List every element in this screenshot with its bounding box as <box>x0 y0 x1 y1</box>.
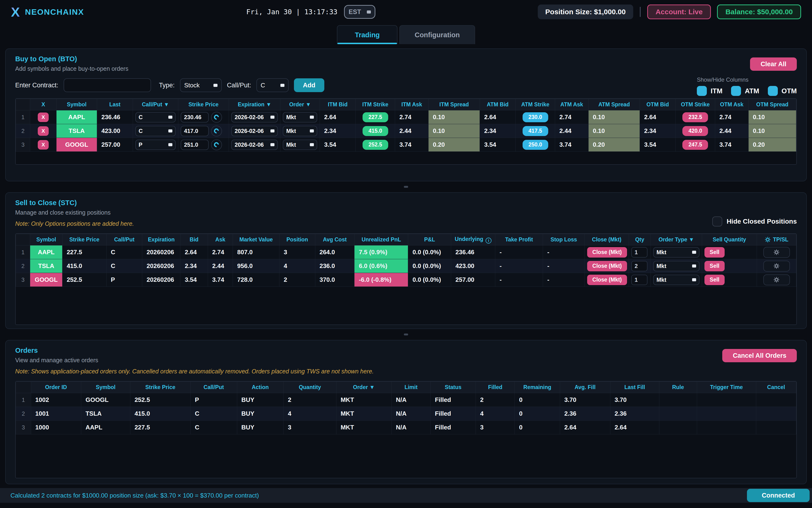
column-header-strike_price: Strike Price <box>130 382 190 393</box>
order-select[interactable]: Mkt <box>283 112 317 123</box>
remove-row-button[interactable]: X <box>38 140 49 150</box>
toggle-otm-label: OTM <box>782 87 797 95</box>
tpsl-settings-button[interactable] <box>763 274 790 285</box>
column-header-order[interactable]: Order ▼ <box>281 99 320 111</box>
column-header-label: Symbol <box>36 237 56 243</box>
column-header-label: ATM Strike <box>521 101 549 108</box>
otm_strike-button[interactable]: 420.0 <box>682 126 708 136</box>
itm_strike-button[interactable]: 415.0 <box>362 126 388 136</box>
strike-price-input[interactable]: 251.0 <box>181 139 209 150</box>
symbol-value: GOOGL <box>35 276 58 283</box>
order-select[interactable]: Mkt <box>283 139 317 150</box>
otm_strike-button[interactable]: 232.5 <box>682 112 708 122</box>
toggle-itm-checkbox[interactable]: ITM <box>697 86 723 96</box>
atm_strike-button[interactable]: 230.0 <box>523 112 548 122</box>
panel-resize-handle[interactable] <box>0 181 812 192</box>
cell-avg_cost: 370.0 <box>315 273 354 287</box>
itm_strike-button[interactable]: 227.5 <box>362 112 388 122</box>
refresh-strike-icon[interactable] <box>211 112 222 123</box>
column-header-expiration[interactable]: Expiration ▼ <box>229 99 281 111</box>
order-value: MKT <box>341 396 354 403</box>
cell-expiration: 2026-02-06 <box>229 111 281 124</box>
clock-group: Fri, Jan 30 | 13:17:33 EST <box>246 5 375 19</box>
close-button[interactable]: Close (Mkt) <box>587 247 627 258</box>
callput-select[interactable]: C <box>135 112 176 123</box>
atm_strike-button[interactable]: 250.0 <box>523 140 548 150</box>
qty-input[interactable]: 1 <box>631 247 647 258</box>
cell-sell_quantity: Sell <box>702 273 757 287</box>
tpsl-settings-button[interactable] <box>763 261 790 271</box>
callput-select[interactable]: C <box>135 126 176 136</box>
cell-rule <box>659 393 697 407</box>
close-button[interactable]: Close (Mkt) <box>587 261 627 271</box>
column-header-label: ATM Bid <box>487 101 509 108</box>
orders-table: Order IDSymbolStrike PriceCall/PutAction… <box>15 381 797 478</box>
row-index: 3 <box>16 138 30 152</box>
tab-configuration[interactable]: Configuration <box>399 25 475 44</box>
order-select[interactable]: Mkt <box>283 126 317 136</box>
type-select[interactable]: Stock <box>180 78 222 92</box>
column-header-order_type[interactable]: Order Type ▼ <box>651 234 702 246</box>
dropdown-indicator-icon <box>692 264 696 267</box>
clear-all-button[interactable]: Clear All <box>750 57 797 71</box>
add-button[interactable]: Add <box>294 78 324 92</box>
column-header-label: Call/Put ▼ <box>142 101 169 108</box>
panel-resize-handle[interactable] <box>0 329 812 340</box>
dropdown-indicator-icon <box>310 143 314 146</box>
order_type-select[interactable]: Mkt <box>653 247 699 258</box>
callput-value: P <box>111 276 115 283</box>
remove-row-button[interactable]: X <box>38 126 49 136</box>
hide-closed-positions-checkbox[interactable]: Hide Closed Positions <box>712 216 797 226</box>
toggle-otm-checkbox[interactable]: OTM <box>768 86 797 96</box>
tab-trading[interactable]: Trading <box>337 25 397 44</box>
toggle-atm-checkbox[interactable]: ATM <box>731 86 759 96</box>
column-header-callput[interactable]: Call/Put ▼ <box>133 99 178 111</box>
expiration-select[interactable]: 2026-02-06 <box>231 139 278 150</box>
connected-button[interactable]: Connected <box>747 489 810 502</box>
strike-price-input[interactable]: 230.46 <box>181 112 209 123</box>
qty-input[interactable]: 1 <box>631 274 647 285</box>
sell_quantity-button[interactable]: Sell <box>704 274 725 285</box>
itm_strike-button[interactable]: 252.5 <box>362 140 388 150</box>
order_type-select-value: Mkt <box>656 263 666 269</box>
strike-price-input[interactable]: 417.0 <box>181 126 209 136</box>
sell_quantity-button[interactable]: Sell <box>704 261 725 271</box>
cell-strike: 251.0 <box>178 138 229 152</box>
bid-value: 2.64 <box>185 249 197 256</box>
expiration-select[interactable]: 2026-02-06 <box>231 112 278 123</box>
symbol-cell: AAPL <box>56 111 97 124</box>
row-index: 2 <box>16 259 30 273</box>
column-header-market_value: Market Value <box>233 234 280 246</box>
timezone-select[interactable]: EST <box>344 5 375 19</box>
close-button[interactable]: Close (Mkt) <box>587 274 627 285</box>
account-badge[interactable]: Account: Live <box>647 4 711 19</box>
qty-input[interactable]: 2 <box>631 261 647 271</box>
cell-take_profit: - <box>495 246 543 259</box>
order_type-select[interactable]: Mkt <box>653 274 699 285</box>
callput-select[interactable]: P <box>135 139 176 150</box>
stc-panel: Sell to Close (STC) Manage and close exi… <box>5 192 807 329</box>
symbol-value: TSLA <box>69 127 85 134</box>
refresh-strike-icon[interactable] <box>211 139 222 150</box>
cancel-all-orders-button[interactable]: Cancel All Orders <box>722 349 797 362</box>
otm_strike-button[interactable]: 247.5 <box>682 140 708 150</box>
atm_strike-button[interactable]: 417.5 <box>523 126 548 136</box>
callput-select[interactable]: C <box>256 78 289 92</box>
cell-atm_strike: 250.0 <box>516 138 555 152</box>
expiration-select[interactable]: 2026-02-06 <box>231 126 278 136</box>
otm_spread-cell: 0.20 <box>749 138 796 152</box>
sell_quantity-button[interactable]: Sell <box>704 247 725 258</box>
column-header-label: ITM Spread <box>439 101 469 108</box>
cell-otm_ask: 2.74 <box>715 111 749 124</box>
tpsl-settings-button[interactable] <box>763 247 790 258</box>
column-header-order[interactable]: Order ▼ <box>336 382 391 393</box>
refresh-strike-icon[interactable] <box>211 126 222 136</box>
column-header-label: Close (Mkt) <box>592 237 621 243</box>
remove-row-button[interactable]: X <box>38 113 49 122</box>
enter-contract-input[interactable] <box>63 78 151 92</box>
stop_loss-value: - <box>547 262 549 269</box>
column-header-label: OTM Strike <box>681 101 710 108</box>
action-value: BUY <box>242 410 255 417</box>
cell-x: X <box>30 138 56 152</box>
order_type-select[interactable]: Mkt <box>653 261 699 271</box>
